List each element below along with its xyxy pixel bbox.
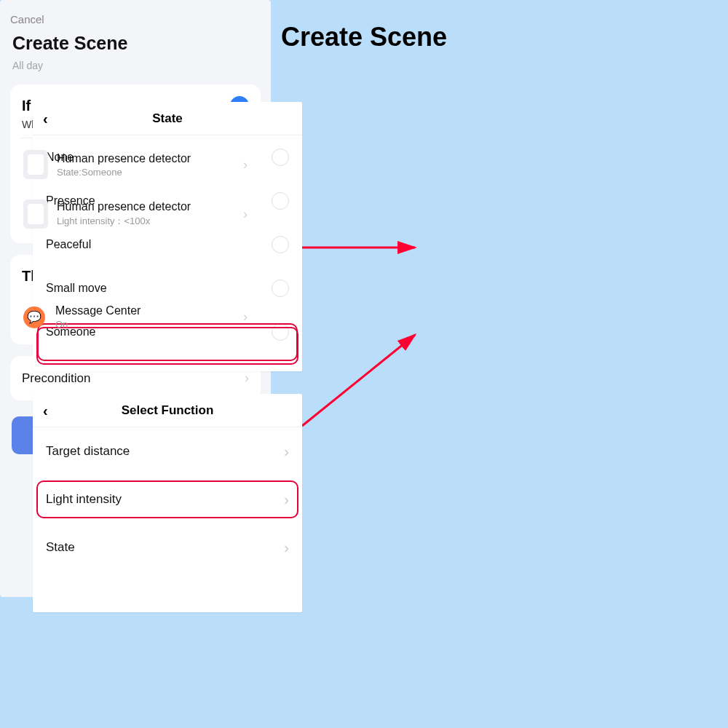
chevron-right-icon: › [284, 491, 289, 508]
precondition-label: Precondition [22, 371, 91, 386]
chevron-right-icon: › [284, 539, 289, 556]
function-panel-header: ‹ Select Function [33, 394, 302, 427]
radio-icon [272, 280, 289, 297]
function-option-state[interactable]: State › [33, 523, 302, 571]
function-option-label: Light intensity [46, 492, 122, 507]
arrow-to-if-1 [302, 240, 422, 291]
action-row-1[interactable]: 💬 Message Center On › [22, 296, 249, 341]
action-name: Message Center [55, 304, 243, 317]
function-option-light-intensity[interactable]: Light intensity › [33, 475, 302, 523]
radio-icon [272, 149, 289, 166]
chevron-right-icon: › [243, 207, 248, 222]
state-panel-title: State [152, 111, 183, 126]
condition-text: Human presence detector Light intensity：… [57, 200, 243, 228]
chevron-right-icon: › [243, 157, 248, 173]
action-text: Message Center On [55, 304, 243, 330]
function-panel: ‹ Select Function Target distance › Ligh… [33, 394, 302, 612]
device-subtext: State:Someone [57, 167, 243, 178]
scene-subtitle: All day [12, 60, 258, 71]
device-icon [23, 150, 48, 179]
function-option-label: Target distance [46, 444, 130, 459]
function-option-label: State [46, 540, 75, 555]
message-icon: 💬 [23, 306, 45, 328]
device-icon [23, 199, 48, 229]
radio-icon [272, 323, 289, 341]
condition-row-1[interactable]: Human presence detector State:Someone › [22, 141, 249, 191]
if-heading: If [22, 98, 31, 114]
chevron-right-icon: › [284, 443, 289, 460]
radio-icon [272, 192, 289, 210]
chevron-right-icon: › [245, 371, 249, 386]
svg-line-1 [302, 335, 415, 426]
action-subtext: On [55, 319, 243, 330]
function-option-target-distance[interactable]: Target distance › [33, 427, 302, 475]
state-panel-header: ‹ State [33, 102, 302, 135]
device-name: Human presence detector [57, 152, 243, 165]
radio-icon [272, 236, 289, 253]
back-icon[interactable]: ‹ [43, 111, 58, 126]
condition-text: Human presence detector State:Someone [57, 152, 243, 178]
function-panel-title: Select Function [122, 403, 214, 418]
device-subtext: Light intensity：<100x [57, 215, 243, 228]
chevron-right-icon: › [243, 309, 248, 325]
arrow-to-if-2 [302, 331, 422, 513]
condition-row-2[interactable]: Human presence detector Light intensity：… [22, 191, 249, 240]
state-option-label: Small move [46, 282, 107, 295]
device-name: Human presence detector [57, 200, 243, 213]
back-icon[interactable]: ‹ [43, 403, 58, 418]
page-title: Create Scene [0, 22, 728, 52]
